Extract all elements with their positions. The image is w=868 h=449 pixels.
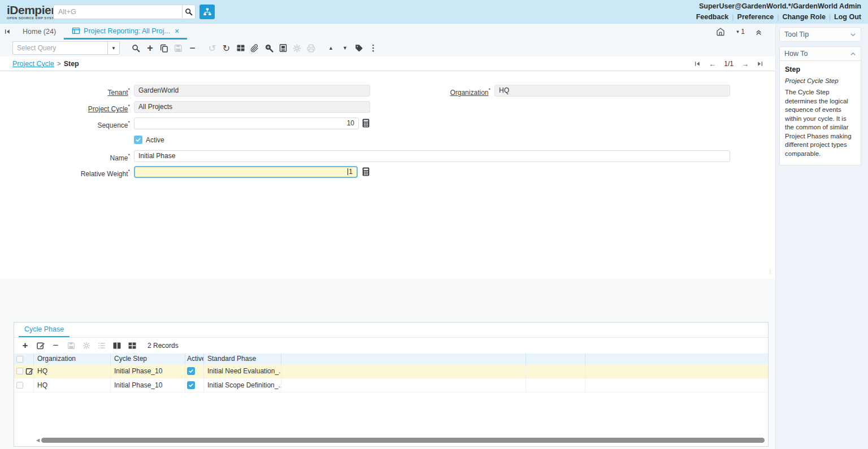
list-icon	[98, 342, 106, 350]
how-to-title: How To	[784, 50, 808, 58]
more-actions-button[interactable]: ⋮	[366, 41, 380, 55]
copy-icon	[160, 44, 168, 53]
row-select-cell	[14, 378, 34, 393]
tab-project-reporting[interactable]: Project Reporting: All Proj... ×	[64, 24, 187, 40]
next-record-icon[interactable]: →	[741, 60, 749, 68]
how-to-panel: How To Step Project Cycle Step The Cycle…	[779, 46, 861, 165]
tab-home[interactable]: Home (24)	[15, 24, 64, 40]
main-content: Home (24) Project Reporting: All Proj...…	[0, 24, 775, 449]
global-search-input[interactable]	[53, 5, 182, 19]
log-out-link[interactable]: Log Out	[834, 13, 861, 21]
cell-active	[185, 364, 204, 378]
label-button[interactable]	[352, 41, 366, 55]
minus-icon: −	[53, 340, 59, 351]
scrollbar-thumb[interactable]	[41, 438, 765, 443]
user-info: SuperUser@GardenWorld.*/GardenWorld Admi…	[696, 1, 861, 12]
detail-tab-bar: Cycle Phase	[14, 322, 768, 338]
table-row[interactable]: HQInitial Phase_10Initial Scope Definiti…	[14, 378, 768, 393]
change-role-link[interactable]: Change Role	[782, 13, 825, 21]
new-record-button[interactable]: +	[143, 41, 157, 55]
select-query-dropdown-button[interactable]: ▼	[107, 41, 120, 55]
select-query-input[interactable]	[12, 41, 107, 55]
collapse-all-icon[interactable]	[755, 28, 762, 36]
active-checkbox[interactable]	[134, 136, 142, 144]
feedback-link[interactable]: Feedback	[696, 13, 729, 21]
search-button[interactable]	[182, 5, 196, 19]
caret-down-icon: ▼	[735, 29, 740, 34]
row-checkbox[interactable]	[16, 382, 23, 389]
columns-icon	[112, 341, 121, 350]
home-icon[interactable]	[716, 27, 725, 36]
detail-record-button[interactable]: ▼	[338, 41, 352, 55]
col-active[interactable]: Active	[185, 354, 204, 364]
edit-row-icon[interactable]	[25, 367, 34, 376]
row-select-cell	[14, 364, 34, 378]
preference-link[interactable]: Preference	[737, 13, 774, 21]
process-button[interactable]	[290, 41, 304, 55]
col-organization[interactable]: Organization	[34, 354, 111, 364]
attachment-button[interactable]	[248, 41, 262, 55]
select-all-checkbox[interactable]	[16, 356, 23, 363]
collapse-tabs-icon[interactable]	[0, 24, 15, 40]
grid-icon	[236, 43, 245, 53]
detail-grid-button[interactable]	[124, 339, 140, 352]
zoom-across-button[interactable]	[262, 41, 276, 55]
gear-icon	[83, 342, 90, 350]
sequence-field[interactable]: 10	[134, 117, 359, 129]
global-search	[53, 5, 215, 19]
detail-process-button[interactable]	[79, 339, 94, 352]
print-button[interactable]	[304, 41, 318, 55]
previous-record-icon[interactable]: ←	[709, 60, 716, 68]
window-count-dropdown[interactable]: ▼ 1	[735, 28, 745, 36]
tab-cycle-phase[interactable]: Cycle Phase	[19, 325, 70, 337]
detail-columns-button[interactable]	[109, 339, 124, 352]
idempiere-logo[interactable]: iDempiere OPEN SOURCE ERP SYSTEM	[7, 4, 51, 20]
horizontal-scrollbar: ◀	[34, 437, 765, 444]
calculator-icon[interactable]	[362, 119, 370, 128]
search-icon	[132, 44, 140, 53]
col-cycle-step[interactable]: Cycle Step	[111, 354, 185, 364]
find-record-button[interactable]	[129, 41, 143, 55]
scroll-left-icon[interactable]: ◀	[34, 438, 41, 443]
tool-tip-panel-header[interactable]: Tool Tip	[779, 27, 861, 42]
detail-new-button[interactable]: +	[18, 339, 33, 352]
detail-delete-button[interactable]: −	[48, 339, 63, 352]
relative-weight-field[interactable]: 1	[134, 166, 358, 178]
close-tab-icon[interactable]: ×	[175, 27, 179, 36]
refresh-button[interactable]: ↻	[219, 41, 233, 55]
first-record-icon[interactable]	[694, 60, 701, 67]
caret-down-icon: ▼	[111, 46, 116, 51]
workflow-activities-button[interactable]	[199, 5, 215, 19]
breadcrumb-parent-link[interactable]: Project Cycle	[12, 60, 54, 68]
detail-save-button[interactable]	[63, 339, 79, 352]
select-all-cell	[14, 354, 34, 364]
undo-button[interactable]: ↺	[205, 41, 219, 55]
row-checkbox[interactable]	[16, 368, 23, 374]
logo-subtitle: OPEN SOURCE ERP SYSTEM	[7, 16, 51, 20]
table-row[interactable]: HQInitial Phase_10Initial Need Evaluatio…	[14, 364, 768, 378]
calculator-icon[interactable]	[362, 167, 370, 177]
copy-record-button[interactable]	[157, 41, 171, 55]
last-record-icon[interactable]	[757, 60, 763, 67]
how-to-panel-header[interactable]: How To	[779, 46, 861, 61]
plus-icon: +	[147, 42, 153, 54]
cell-cycle-step: Initial Phase_10	[111, 364, 185, 378]
delete-record-button[interactable]: −	[185, 41, 199, 55]
name-field[interactable]: Initial Phase	[134, 150, 730, 162]
grid-toggle-button[interactable]	[233, 41, 248, 55]
save-button[interactable]	[171, 41, 185, 55]
parent-record-button[interactable]: ▲	[324, 41, 338, 55]
tab-bar-right-controls: ▼ 1	[716, 24, 762, 40]
edit-icon	[36, 341, 45, 350]
project-cycle-label: Project Cycle*	[0, 101, 130, 115]
breadcrumb-current: Step	[64, 60, 79, 68]
window-count: 1	[741, 28, 745, 36]
detail-edit-button[interactable]	[33, 339, 48, 352]
detail-zone: Cycle Phase + − 2 Records Organ	[0, 278, 775, 449]
gear-icon	[293, 44, 301, 53]
detail-quick-entry-button[interactable]	[94, 339, 109, 352]
col-standard-phase[interactable]: Standard Phase	[204, 354, 281, 364]
chevron-up-icon	[850, 51, 856, 57]
logo-title: iDempiere	[7, 4, 51, 16]
report-button[interactable]	[276, 41, 290, 55]
